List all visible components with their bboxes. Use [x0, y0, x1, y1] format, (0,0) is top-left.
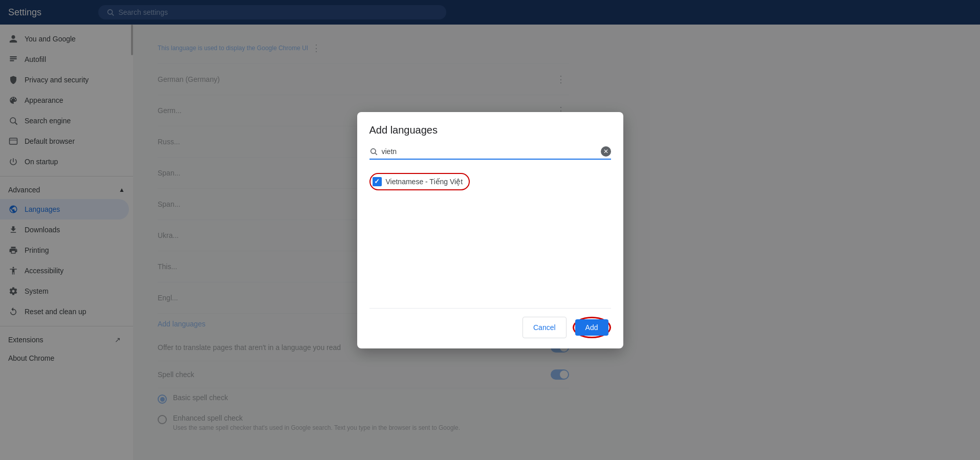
vietnamese-lang-name: Vietnamese - Tiếng Việt: [386, 178, 463, 186]
vietnamese-result-annotated: ✓ Vietnamese - Tiếng Việt: [369, 173, 470, 190]
lang-result-row: ✓ Vietnamese - Tiếng Việt: [369, 168, 611, 195]
dialog-search-icon: [369, 147, 378, 156]
checkmark-icon: ✓: [374, 178, 380, 185]
cancel-button[interactable]: Cancel: [522, 317, 567, 338]
dialog-search-input[interactable]: [382, 147, 597, 156]
svg-point-9: [371, 148, 375, 153]
add-languages-dialog: Add languages ✕ ✓ Vietnamese - Tiếng Việ…: [357, 112, 623, 348]
add-button[interactable]: Add: [575, 319, 608, 336]
dialog-overlay: Add languages ✕ ✓ Vietnamese - Tiếng Việ…: [0, 0, 980, 460]
dialog-title: Add languages: [369, 124, 611, 136]
dialog-actions: Cancel Add: [369, 308, 611, 338]
add-button-annotated: Add: [573, 317, 611, 338]
dialog-search-bar[interactable]: ✕: [369, 144, 611, 160]
clear-search-icon[interactable]: ✕: [601, 146, 611, 157]
vietnamese-checkbox[interactable]: ✓: [373, 177, 382, 186]
svg-line-10: [375, 153, 377, 155]
